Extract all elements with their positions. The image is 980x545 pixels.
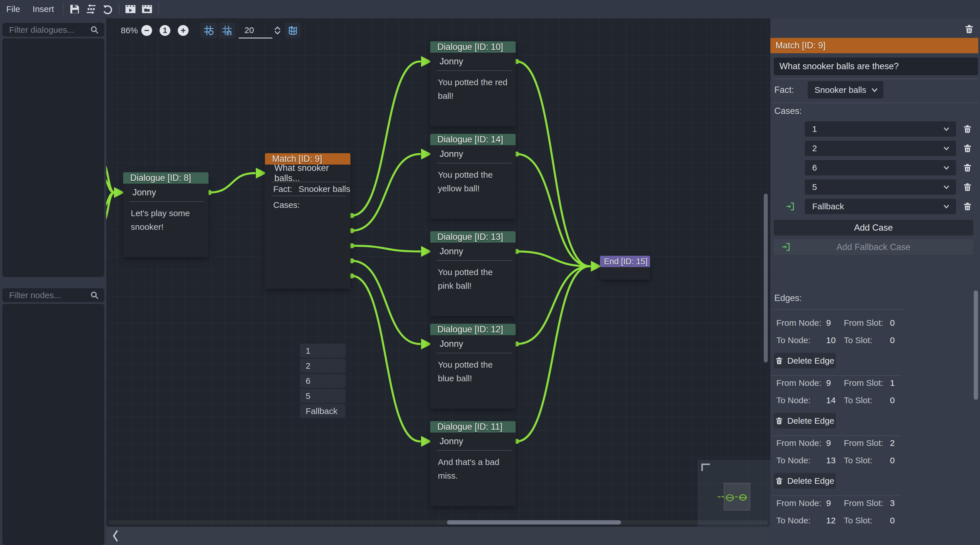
- snap-distance-spinner[interactable]: [272, 22, 283, 38]
- cases-list: 1 2: [770, 121, 980, 218]
- node-list-item[interactable]: [2, 527, 104, 543]
- delete-edge-button[interactable]: Delete Edge: [774, 353, 836, 369]
- canvas-hscrollbar[interactable]: [108, 520, 768, 524]
- to-node-value: 14: [826, 396, 844, 405]
- menu-insert[interactable]: Insert: [26, 0, 60, 18]
- dialogue-file-item[interactable]: [2, 43, 104, 58]
- node-list-item[interactable]: [2, 324, 104, 339]
- graph-node-dialogue-10[interactable]: Dialogue [ID: 10] Jonny You potted the r…: [430, 41, 515, 126]
- graph-node-match-9[interactable]: Match [ID: 9] What snooker balls... Fact…: [265, 153, 350, 289]
- case-value-select[interactable]: 2: [805, 141, 956, 156]
- node-list-item[interactable]: [2, 402, 104, 418]
- graph-node-dialogue-12[interactable]: Dialogue [ID: 12] Jonny You potted the b…: [430, 324, 515, 408]
- delete-case-button[interactable]: [963, 124, 973, 134]
- node-list-item[interactable]: [2, 480, 104, 496]
- delete-node-button[interactable]: [963, 23, 975, 35]
- node-list-item[interactable]: [2, 512, 104, 527]
- node-speaker: Jonny: [430, 243, 515, 260]
- node-speaker: Jonny: [430, 145, 515, 163]
- snap-distance-field[interactable]: 20: [239, 22, 272, 38]
- case-value-select[interactable]: Fallback: [805, 199, 956, 214]
- inspector-title: Match [ID: 9]: [770, 38, 978, 53]
- nodes-filter-input[interactable]: [2, 288, 104, 302]
- node-title: Dialogue [ID: 8]: [123, 172, 208, 184]
- chevron-down-icon: [942, 145, 950, 153]
- toggle-grid-button[interactable]: [200, 22, 217, 38]
- delete-edge-button[interactable]: Delete Edge: [774, 473, 836, 489]
- collapse-sidebar-button[interactable]: [110, 530, 121, 542]
- node-list-item[interactable]: [2, 433, 104, 449]
- node-text: Let's play some snooker!: [123, 202, 208, 234]
- case-value: 6: [812, 163, 817, 173]
- canvas-vscrollbar-thumb[interactable]: [764, 194, 768, 362]
- chevron-down-icon: [870, 86, 879, 94]
- edge-entry: From Node: 9 From Slot: 0 To Node: 10 To…: [770, 316, 980, 376]
- node-list-item[interactable]: [2, 339, 104, 355]
- case-row: 5: [770, 180, 980, 195]
- menubar-separator: [119, 3, 119, 15]
- node-list-item[interactable]: [2, 308, 104, 324]
- save-button[interactable]: [66, 1, 83, 17]
- node-speaker: Jonny: [430, 53, 515, 70]
- graph-minimap[interactable]: [698, 460, 770, 527]
- case-row: 1: [770, 121, 980, 137]
- add-fallback-case-button[interactable]: Add Fallback Case: [774, 239, 973, 255]
- zoom-reset-button[interactable]: 1: [159, 25, 170, 36]
- delete-edge-button[interactable]: Delete Edge: [774, 413, 836, 429]
- edge-to-row: To Node: 12 To Slot: 0: [770, 516, 980, 524]
- add-case-button[interactable]: Add Case: [774, 220, 973, 235]
- delete-case-button[interactable]: [963, 202, 973, 212]
- node-list-item[interactable]: [2, 496, 104, 512]
- graph-node-dialogue-13[interactable]: Dialogue [ID: 13] Jonny You potted the p…: [430, 231, 515, 316]
- question-input[interactable]: [774, 57, 978, 75]
- cases-section-label: Cases:: [774, 106, 802, 116]
- trash-icon: [963, 202, 972, 211]
- delete-case-button[interactable]: [963, 143, 973, 154]
- graph-canvas[interactable]: Dialogue [ID: 8] Jonny Let's play some s…: [106, 18, 770, 527]
- node-list-item[interactable]: [2, 449, 104, 464]
- toggle-snap-button[interactable]: [219, 22, 235, 38]
- dialogues-filter-input[interactable]: [2, 23, 104, 37]
- toggle-minimap-button[interactable]: [285, 22, 301, 38]
- inspector-scrollbar-thumb[interactable]: [974, 291, 978, 400]
- graph-node-dialogue-11[interactable]: Dialogue [ID: 11] Jonny And that's a bad…: [430, 421, 515, 506]
- trash-icon: [775, 357, 783, 365]
- zoom-out-button[interactable]: [141, 25, 152, 36]
- case-value-select[interactable]: 5: [805, 180, 956, 195]
- delete-case-button[interactable]: [963, 182, 973, 192]
- case-value-select[interactable]: 6: [805, 160, 956, 175]
- menubar-separator: [158, 3, 159, 15]
- reorder-nodes-button[interactable]: [83, 1, 99, 17]
- to-node-value: 12: [826, 516, 844, 525]
- graph-node-dialogue-8[interactable]: Dialogue [ID: 8] Jonny Let's play some s…: [123, 172, 208, 257]
- canvas-hscrollbar-thumb[interactable]: [447, 520, 621, 524]
- case-slot: 5: [300, 389, 345, 403]
- case-value: 2: [812, 143, 817, 153]
- node-text: You potted the yellow ball!: [430, 164, 515, 195]
- case-value-select[interactable]: 1: [805, 121, 956, 137]
- dialogues-list: [2, 38, 104, 277]
- node-list-item[interactable]: [2, 355, 104, 370]
- node-title: Dialogue [ID: 10]: [430, 41, 515, 53]
- delete-case-button[interactable]: [963, 163, 973, 173]
- graph-node-dialogue-14[interactable]: Dialogue [ID: 14] Jonny You potted the y…: [430, 134, 515, 219]
- to-slot-value: 0: [890, 516, 980, 525]
- node-list-item[interactable]: [2, 370, 104, 386]
- node-inspector: Match [ID: 9] Fact: Snooker balls Cases:…: [770, 18, 980, 545]
- node-list-item[interactable]: [2, 418, 104, 433]
- node-list-item[interactable]: [2, 464, 104, 480]
- node-speaker: Jonny: [430, 432, 515, 450]
- node-list-item[interactable]: [2, 386, 104, 402]
- graph-node-end-15[interactable]: End [ID: 15]: [600, 256, 650, 280]
- menu-file[interactable]: File: [0, 0, 26, 18]
- undo-button[interactable]: [99, 1, 116, 17]
- to-slot-value: 0: [890, 335, 980, 345]
- edge-to-row: To Node: 13 To Slot: 0: [770, 456, 980, 464]
- open-dialogue-folder-button[interactable]: [139, 1, 155, 17]
- play-dialogue-button[interactable]: [122, 1, 139, 17]
- to-node-value: 10: [826, 335, 844, 345]
- edges-section-label: Edges:: [774, 293, 802, 303]
- zoom-in-button[interactable]: [178, 25, 189, 36]
- from-node-label: From Node:: [776, 378, 826, 388]
- fact-select[interactable]: Snooker balls: [808, 81, 883, 99]
